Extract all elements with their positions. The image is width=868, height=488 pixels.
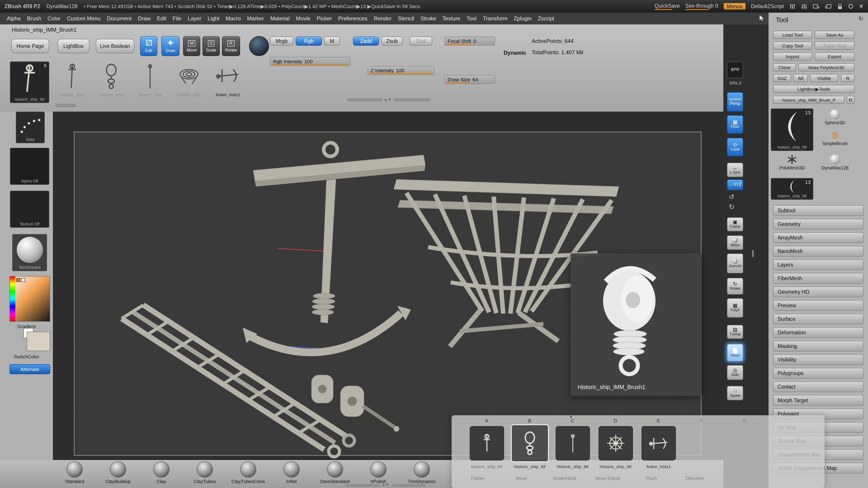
strip-scrollbar[interactable] <box>56 104 75 107</box>
menu-item[interactable]: Zplugin <box>510 15 535 22</box>
menu-item[interactable]: Texture <box>439 15 464 22</box>
draw-mode-button[interactable]: Draw <box>161 36 180 56</box>
local-button[interactable]: ⊙ Local <box>727 138 743 156</box>
imm-brush-d[interactable] <box>598 426 633 460</box>
tool-item-simplebrush[interactable]: S SimpleBrush <box>815 131 855 146</box>
lsym-button[interactable]: ↔ L.Sym <box>727 163 743 177</box>
bottom-brush[interactable]: hPolish <box>357 462 400 484</box>
bottom-divider-bar[interactable] <box>393 484 426 487</box>
shelf-divider-bar[interactable] <box>347 98 382 101</box>
active-tool-thumbnail[interactable]: 13 historic_ship_IM <box>771 108 813 151</box>
tool-section-header[interactable]: Masking <box>773 341 864 352</box>
rgb-button[interactable]: Rgb <box>296 37 322 46</box>
bottom-brush[interactable]: DamStandard <box>313 462 357 484</box>
live-boolean-button[interactable]: Live Boolean <box>96 39 134 53</box>
menu-item[interactable]: Draw <box>135 15 154 22</box>
bottom-divider-bar[interactable] <box>346 484 379 487</box>
primary-swatch[interactable] <box>16 278 20 282</box>
bottom-brush[interactable]: Inflat <box>270 462 313 484</box>
z-intensity-slider[interactable]: Z Intensity 100 <box>368 66 434 75</box>
edit-mode-button[interactable]: Edit <box>140 36 157 56</box>
tool-section-header[interactable]: Polygroups <box>773 368 864 379</box>
move-view-button[interactable]: Move <box>727 235 743 250</box>
xyz-button[interactable]: ↔ XYZ <box>727 180 743 190</box>
save-as-button[interactable]: Save As <box>815 31 855 39</box>
spin-cw-icon[interactable]: ↻ <box>729 203 735 211</box>
stroke-selector[interactable]: Dots <box>16 111 45 143</box>
goz-r-button[interactable]: R <box>841 74 855 82</box>
bottom-brush[interactable]: Standard <box>53 462 96 484</box>
alternate-button[interactable]: Alternate <box>9 364 50 374</box>
menu-item[interactable]: Layer <box>184 15 204 22</box>
focal-shift-slider[interactable]: Focal Shift 0 <box>444 37 495 46</box>
bottom-brush[interactable]: TrimDynamic <box>400 462 443 484</box>
shelf-collapse-arrows[interactable]: ▲▼ <box>384 98 392 102</box>
tool-section-header[interactable]: Surface <box>773 314 864 324</box>
imm-next-label[interactable]: Move Elastic <box>586 476 630 481</box>
imm-next-label[interactable]: SnakeHook <box>543 476 586 481</box>
imm-brush-b-selected[interactable] <box>510 424 549 462</box>
layout-window-icon[interactable] <box>825 3 832 9</box>
dynamic-toggle[interactable]: Dynamic <box>504 50 526 56</box>
session-circle-icon[interactable] <box>848 4 854 9</box>
menu-item[interactable]: Stroke <box>417 15 439 22</box>
tray-scroll-indicator[interactable] <box>752 250 754 257</box>
transp-button[interactable]: ▨ Transp <box>727 325 743 339</box>
tool-section-header[interactable]: FiberMesh <box>773 273 864 284</box>
refresh-icon[interactable]: ↻ <box>859 15 864 22</box>
menu-item[interactable]: Edit <box>154 15 169 22</box>
imm-next-label[interactable]: Move <box>500 476 543 481</box>
floor-button[interactable]: ▦ Floor <box>727 115 743 134</box>
menu-item[interactable]: Macro <box>223 15 244 22</box>
shelf-divider-bar[interactable] <box>394 98 430 101</box>
imm-brush-a[interactable] <box>469 426 504 460</box>
tool-section-header[interactable]: Contact <box>773 381 864 392</box>
hue-strip[interactable] <box>10 276 16 321</box>
color-picker[interactable] <box>9 276 50 322</box>
menu-item[interactable]: Tool <box>463 15 480 22</box>
frame-button[interactable]: ▣ Frame <box>727 217 743 231</box>
tool-section-header[interactable]: NanoMesh <box>773 246 864 257</box>
solo-button[interactable]: ◎ Solo <box>727 365 743 380</box>
active-tool-r-button[interactable]: R <box>847 96 855 104</box>
mrgb-button[interactable]: Mrgb <box>270 37 293 46</box>
zsub-button[interactable]: Zsub <box>381 37 403 46</box>
draw-size-slider[interactable]: Draw Size 64 <box>444 75 495 84</box>
see-through-slider[interactable]: See-through 0 <box>685 3 718 10</box>
bottom-brush[interactable]: Clay <box>140 462 183 484</box>
copy-tool-button[interactable]: Copy Tool <box>773 41 812 50</box>
ghost-button[interactable]: Ghost <box>727 344 743 361</box>
imm-next-label[interactable]: Pinch <box>630 476 673 481</box>
zadd-button[interactable]: Zadd <box>353 37 379 46</box>
menu-item[interactable]: Movie <box>293 15 313 22</box>
move-mode-button[interactable]: M Move <box>183 36 200 56</box>
menu-item[interactable]: Transform <box>480 15 510 22</box>
bottom-collapse-arrows[interactable]: ▲▼ <box>382 483 389 487</box>
mixer-icon[interactable] <box>801 3 807 9</box>
bpr-button[interactable]: BPR <box>727 61 743 78</box>
tool-section-header[interactable]: Visibility <box>773 354 864 365</box>
document-canvas[interactable]: Historic_ship_IMM_Brush1 <box>53 111 723 460</box>
tool-item-polymesh3d[interactable]: PolyMesh3D <box>771 155 813 170</box>
zcut-button[interactable]: Zcut <box>410 37 432 46</box>
menu-item[interactable]: File <box>169 15 185 22</box>
current-brush-thumbnail[interactable]: 5 historic_ship_IM <box>10 61 49 103</box>
scale-mode-button[interactable]: S Scale <box>203 36 220 56</box>
tool-section-header[interactable]: Deformation <box>773 327 864 338</box>
brush-variant[interactable]: historic_ship <box>169 62 209 97</box>
brush-variant[interactable]: historic_ship <box>131 62 169 97</box>
spin-ccw-icon[interactable]: ↺ <box>729 193 735 201</box>
polyframe-button[interactable]: ▦ PolyF <box>727 298 743 318</box>
menu-item[interactable]: Zscript <box>535 15 557 22</box>
goz-button[interactable]: GoZ <box>773 74 791 82</box>
menu-item[interactable]: Picker <box>313 15 335 22</box>
export-button[interactable]: Export <box>815 53 855 61</box>
imm-brush-c[interactable] <box>555 426 590 460</box>
tool-section-header[interactable]: Preview <box>773 300 864 311</box>
lightbox-button[interactable]: LightBox <box>57 39 90 53</box>
secondary-swatch[interactable] <box>21 278 25 282</box>
spix-slider[interactable]: SPix 3 <box>727 81 743 86</box>
menu-item[interactable]: Marker <box>244 15 267 22</box>
brush-variant[interactable]: Anker_Holz1 <box>209 62 247 97</box>
tool-thumbnail-historic[interactable]: 13 historic_ship_IM <box>771 178 813 200</box>
